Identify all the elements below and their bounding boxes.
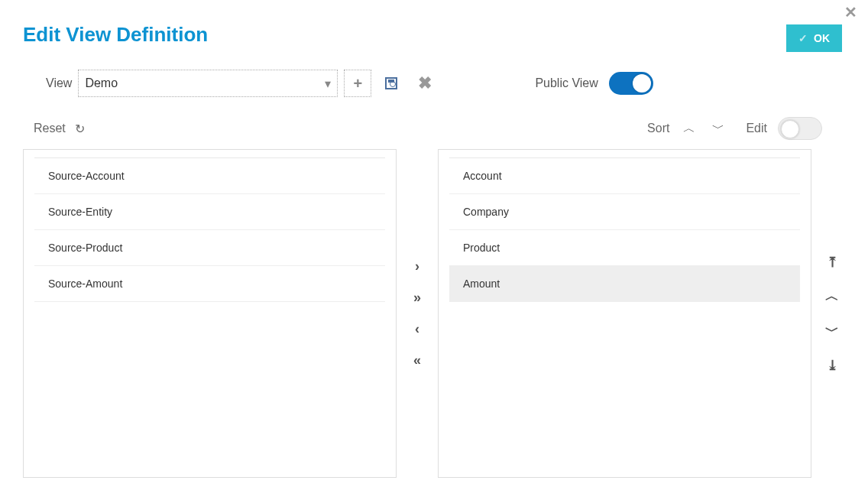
close-icon[interactable]: ✕: [844, 3, 857, 21]
edit-label: Edit: [746, 122, 767, 135]
move-all-right-button[interactable]: »: [413, 290, 421, 306]
chevron-down-icon: ▾: [325, 76, 331, 91]
public-view-label: Public View: [535, 76, 598, 90]
page-title: Edit View Definition: [23, 0, 845, 63]
available-item[interactable]: Source-Account: [34, 158, 385, 194]
sort-asc-button[interactable]: ︿: [680, 121, 698, 137]
move-right-button[interactable]: ›: [415, 258, 419, 274]
view-dropdown-value: Demo: [85, 76, 118, 90]
move-bottom-button[interactable]: ⤓: [827, 357, 838, 374]
selected-item[interactable]: Account: [449, 158, 800, 194]
ok-button-label: OK: [814, 32, 830, 44]
reset-label: Reset: [34, 122, 66, 135]
reset-button[interactable]: Reset ↻: [34, 122, 85, 136]
delete-button[interactable]: ✖: [411, 70, 439, 97]
move-down-button[interactable]: ﹀: [825, 322, 839, 340]
selected-item[interactable]: Product: [449, 230, 800, 266]
available-item[interactable]: Source-Entity: [34, 194, 385, 230]
selected-item[interactable]: Company: [449, 194, 800, 230]
add-view-button[interactable]: +: [344, 70, 371, 97]
move-top-button[interactable]: ⤓: [827, 253, 838, 270]
available-list: Source-AccountSource-EntitySource-Produc…: [23, 149, 397, 478]
public-view-toggle[interactable]: [609, 72, 653, 95]
available-item[interactable]: Source-Amount: [34, 266, 385, 302]
available-item[interactable]: Source-Product: [34, 230, 385, 266]
floppy-icon: [385, 77, 397, 89]
toggle-knob: [633, 74, 651, 93]
move-up-button[interactable]: ︿: [825, 287, 839, 305]
selected-item[interactable]: Amount: [449, 266, 800, 302]
sort-desc-button[interactable]: ﹀: [709, 121, 727, 137]
sort-label: Sort: [647, 122, 669, 135]
refresh-icon: ↻: [75, 122, 85, 136]
view-dropdown[interactable]: Demo ▾: [78, 70, 338, 97]
save-button[interactable]: [377, 70, 405, 97]
move-left-button[interactable]: ‹: [415, 321, 419, 337]
edit-toggle[interactable]: [778, 117, 822, 140]
toggle-knob: [781, 120, 799, 138]
move-all-left-button[interactable]: «: [413, 352, 421, 369]
ok-button[interactable]: ✓ OK: [786, 24, 842, 52]
check-icon: ✓: [798, 32, 808, 44]
view-label: View: [46, 76, 72, 90]
selected-list: AccountCompanyProductAmount: [438, 149, 811, 478]
